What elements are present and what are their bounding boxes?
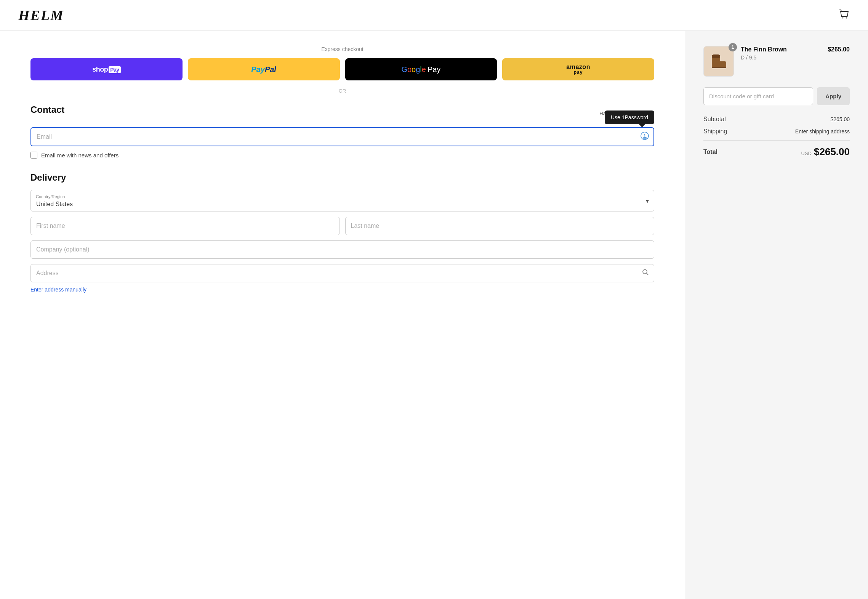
newsletter-label: Email me with news and offers [41,152,119,159]
logo: HELM [18,7,64,24]
googlepay-button[interactable]: Google Pay [345,58,497,80]
newsletter-checkbox[interactable] [30,152,37,159]
total-row: Total USD $265.00 [703,140,850,158]
first-name-wrap [30,217,340,235]
name-row [30,217,654,235]
country-label: Country/Region [30,190,70,199]
total-currency: USD [801,151,812,156]
total-label: Total [703,149,717,155]
subtotal-value: $265.00 [830,116,850,122]
discount-input[interactable] [703,87,813,105]
svg-rect-4 [643,137,647,139]
apply-button[interactable]: Apply [817,87,850,105]
product-price: $265.00 [828,46,850,53]
shipping-value: Enter shipping address [795,128,850,135]
header: HELM [0,0,868,31]
express-buttons-row: shopPay PayPal Google Pay amazon pay [30,58,654,80]
subtotal-row: Subtotal $265.00 [703,116,850,123]
enter-address-manually-button[interactable]: Enter address manually [30,287,86,293]
company-wrap [30,240,654,259]
country-select-wrap: Country/Region United States ▾ [30,190,654,211]
product-image [703,46,734,77]
1password-tooltip: Use 1Password [605,111,654,124]
cart-item-badge: 1 [729,43,737,51]
contact-section: Contact Have an account? Log in Use 1Pas… [30,104,654,159]
delivery-title: Delivery [30,172,654,183]
svg-point-1 [846,18,847,19]
product-image-wrap: 1 [703,46,734,77]
delivery-section: Delivery Country/Region United States ▾ [30,172,654,293]
shoppay-button[interactable]: shopPay [30,58,183,80]
svg-point-5 [643,270,647,274]
amazonpay-button[interactable]: amazon pay [502,58,654,80]
main-layout: Express checkout shopPay PayPal Google P… [0,31,868,599]
product-info: The Finn Brown D / 9.5 [741,46,821,61]
right-panel: 1 The Finn Brown D / 9.5 $265.00 Apply S… [685,31,868,599]
product-name: The Finn Brown [741,46,821,53]
company-input[interactable] [30,240,654,259]
product-variant: D / 9.5 [741,54,821,61]
address-input[interactable] [30,264,654,282]
first-name-input[interactable] [30,217,340,235]
email-input[interactable] [30,127,654,146]
shipping-row: Shipping Enter shipping address [703,128,850,135]
country-select[interactable]: United States [30,190,654,211]
cart-icon [839,9,850,20]
express-checkout-label: Express checkout [30,46,654,52]
newsletter-checkbox-row: Email me with news and offers [30,152,654,159]
express-checkout-section: Express checkout shopPay PayPal Google P… [30,46,654,94]
subtotal-label: Subtotal [703,116,726,123]
left-panel: Express checkout shopPay PayPal Google P… [0,31,685,599]
total-amount: USD $265.00 [801,146,850,158]
paypal-button[interactable]: PayPal [188,58,340,80]
total-value: $265.00 [814,146,850,158]
product-row: 1 The Finn Brown D / 9.5 $265.00 [703,46,850,77]
shipping-label: Shipping [703,128,727,135]
last-name-wrap [345,217,655,235]
address-wrap [30,264,654,282]
contact-title: Contact [30,104,64,115]
1password-icon[interactable]: 1 [641,132,649,142]
product-boot-svg [707,50,730,73]
email-input-wrap: Use 1Password 1 [30,127,654,146]
address-search-icon [642,269,649,278]
svg-line-6 [647,273,649,275]
svg-point-0 [842,18,844,19]
or-divider: OR [30,88,654,94]
discount-row: Apply [703,87,850,105]
last-name-input[interactable] [345,217,655,235]
cart-button[interactable] [839,9,850,21]
contact-header: Contact Have an account? Log in [30,104,654,122]
